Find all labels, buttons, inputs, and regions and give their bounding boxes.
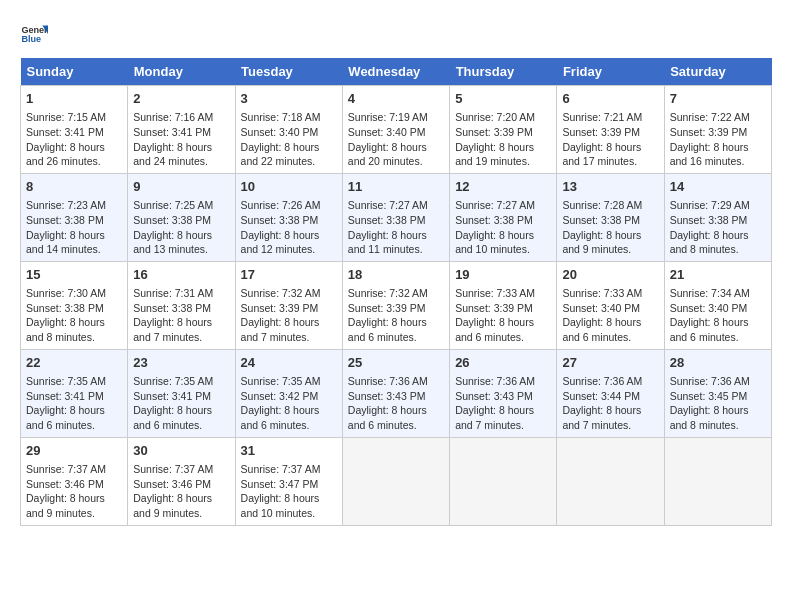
sunrise-text: Sunrise: 7:37 AM	[26, 462, 122, 477]
sunset-text: Sunset: 3:38 PM	[348, 213, 444, 228]
sunset-text: Sunset: 3:39 PM	[562, 125, 658, 140]
daylight-text: Daylight: 8 hours and 6 minutes.	[348, 403, 444, 432]
sunset-text: Sunset: 3:41 PM	[26, 125, 122, 140]
daylight-text: Daylight: 8 hours and 9 minutes.	[562, 228, 658, 257]
calendar-cell: 1Sunrise: 7:15 AMSunset: 3:41 PMDaylight…	[21, 86, 128, 174]
calendar-cell: 23Sunrise: 7:35 AMSunset: 3:41 PMDayligh…	[128, 349, 235, 437]
day-number: 11	[348, 178, 444, 196]
calendar-table: SundayMondayTuesdayWednesdayThursdayFrid…	[20, 58, 772, 526]
sunset-text: Sunset: 3:39 PM	[348, 301, 444, 316]
calendar-cell: 28Sunrise: 7:36 AMSunset: 3:45 PMDayligh…	[664, 349, 771, 437]
calendar-cell: 15Sunrise: 7:30 AMSunset: 3:38 PMDayligh…	[21, 261, 128, 349]
sunset-text: Sunset: 3:44 PM	[562, 389, 658, 404]
logo: General Blue	[20, 20, 52, 48]
calendar-cell: 24Sunrise: 7:35 AMSunset: 3:42 PMDayligh…	[235, 349, 342, 437]
daylight-text: Daylight: 8 hours and 16 minutes.	[670, 140, 766, 169]
daylight-text: Daylight: 8 hours and 6 minutes.	[26, 403, 122, 432]
day-number: 20	[562, 266, 658, 284]
calendar-cell	[664, 437, 771, 525]
sunrise-text: Sunrise: 7:26 AM	[241, 198, 337, 213]
daylight-text: Daylight: 8 hours and 7 minutes.	[562, 403, 658, 432]
sunrise-text: Sunrise: 7:21 AM	[562, 110, 658, 125]
daylight-text: Daylight: 8 hours and 6 minutes.	[133, 403, 229, 432]
header-day: Thursday	[450, 58, 557, 86]
daylight-text: Daylight: 8 hours and 10 minutes.	[241, 491, 337, 520]
calendar-cell: 8Sunrise: 7:23 AMSunset: 3:38 PMDaylight…	[21, 173, 128, 261]
day-number: 10	[241, 178, 337, 196]
day-number: 7	[670, 90, 766, 108]
sunset-text: Sunset: 3:46 PM	[26, 477, 122, 492]
day-number: 18	[348, 266, 444, 284]
daylight-text: Daylight: 8 hours and 9 minutes.	[133, 491, 229, 520]
day-number: 21	[670, 266, 766, 284]
sunset-text: Sunset: 3:42 PM	[241, 389, 337, 404]
day-number: 13	[562, 178, 658, 196]
week-row: 22Sunrise: 7:35 AMSunset: 3:41 PMDayligh…	[21, 349, 772, 437]
day-number: 3	[241, 90, 337, 108]
daylight-text: Daylight: 8 hours and 6 minutes.	[670, 315, 766, 344]
calendar-cell: 29Sunrise: 7:37 AMSunset: 3:46 PMDayligh…	[21, 437, 128, 525]
sunrise-text: Sunrise: 7:37 AM	[241, 462, 337, 477]
daylight-text: Daylight: 8 hours and 20 minutes.	[348, 140, 444, 169]
sunset-text: Sunset: 3:38 PM	[241, 213, 337, 228]
sunset-text: Sunset: 3:40 PM	[670, 301, 766, 316]
week-row: 1Sunrise: 7:15 AMSunset: 3:41 PMDaylight…	[21, 86, 772, 174]
header-row: SundayMondayTuesdayWednesdayThursdayFrid…	[21, 58, 772, 86]
sunset-text: Sunset: 3:40 PM	[348, 125, 444, 140]
calendar-cell: 9Sunrise: 7:25 AMSunset: 3:38 PMDaylight…	[128, 173, 235, 261]
calendar-cell: 12Sunrise: 7:27 AMSunset: 3:38 PMDayligh…	[450, 173, 557, 261]
sunrise-text: Sunrise: 7:16 AM	[133, 110, 229, 125]
calendar-cell: 2Sunrise: 7:16 AMSunset: 3:41 PMDaylight…	[128, 86, 235, 174]
calendar-cell	[342, 437, 449, 525]
daylight-text: Daylight: 8 hours and 22 minutes.	[241, 140, 337, 169]
sunrise-text: Sunrise: 7:27 AM	[348, 198, 444, 213]
calendar-cell: 13Sunrise: 7:28 AMSunset: 3:38 PMDayligh…	[557, 173, 664, 261]
day-number: 29	[26, 442, 122, 460]
daylight-text: Daylight: 8 hours and 7 minutes.	[133, 315, 229, 344]
day-number: 26	[455, 354, 551, 372]
logo-icon: General Blue	[20, 20, 48, 48]
week-row: 8Sunrise: 7:23 AMSunset: 3:38 PMDaylight…	[21, 173, 772, 261]
sunrise-text: Sunrise: 7:23 AM	[26, 198, 122, 213]
sunrise-text: Sunrise: 7:35 AM	[26, 374, 122, 389]
sunset-text: Sunset: 3:46 PM	[133, 477, 229, 492]
calendar-cell: 4Sunrise: 7:19 AMSunset: 3:40 PMDaylight…	[342, 86, 449, 174]
sunrise-text: Sunrise: 7:28 AM	[562, 198, 658, 213]
day-number: 4	[348, 90, 444, 108]
header-day: Wednesday	[342, 58, 449, 86]
sunset-text: Sunset: 3:45 PM	[670, 389, 766, 404]
calendar-cell	[450, 437, 557, 525]
calendar-cell: 22Sunrise: 7:35 AMSunset: 3:41 PMDayligh…	[21, 349, 128, 437]
sunrise-text: Sunrise: 7:36 AM	[562, 374, 658, 389]
sunrise-text: Sunrise: 7:32 AM	[241, 286, 337, 301]
calendar-cell: 25Sunrise: 7:36 AMSunset: 3:43 PMDayligh…	[342, 349, 449, 437]
day-number: 6	[562, 90, 658, 108]
header-day: Saturday	[664, 58, 771, 86]
week-row: 29Sunrise: 7:37 AMSunset: 3:46 PMDayligh…	[21, 437, 772, 525]
sunset-text: Sunset: 3:40 PM	[241, 125, 337, 140]
daylight-text: Daylight: 8 hours and 10 minutes.	[455, 228, 551, 257]
sunrise-text: Sunrise: 7:22 AM	[670, 110, 766, 125]
calendar-cell: 14Sunrise: 7:29 AMSunset: 3:38 PMDayligh…	[664, 173, 771, 261]
day-number: 1	[26, 90, 122, 108]
calendar-cell: 30Sunrise: 7:37 AMSunset: 3:46 PMDayligh…	[128, 437, 235, 525]
daylight-text: Daylight: 8 hours and 6 minutes.	[241, 403, 337, 432]
daylight-text: Daylight: 8 hours and 19 minutes.	[455, 140, 551, 169]
sunset-text: Sunset: 3:39 PM	[455, 125, 551, 140]
day-number: 12	[455, 178, 551, 196]
daylight-text: Daylight: 8 hours and 7 minutes.	[455, 403, 551, 432]
daylight-text: Daylight: 8 hours and 6 minutes.	[348, 315, 444, 344]
daylight-text: Daylight: 8 hours and 24 minutes.	[133, 140, 229, 169]
sunset-text: Sunset: 3:43 PM	[455, 389, 551, 404]
sunset-text: Sunset: 3:38 PM	[455, 213, 551, 228]
day-number: 23	[133, 354, 229, 372]
sunrise-text: Sunrise: 7:34 AM	[670, 286, 766, 301]
week-row: 15Sunrise: 7:30 AMSunset: 3:38 PMDayligh…	[21, 261, 772, 349]
sunrise-text: Sunrise: 7:36 AM	[455, 374, 551, 389]
sunrise-text: Sunrise: 7:32 AM	[348, 286, 444, 301]
daylight-text: Daylight: 8 hours and 17 minutes.	[562, 140, 658, 169]
sunset-text: Sunset: 3:41 PM	[26, 389, 122, 404]
page-header: General Blue	[20, 20, 772, 48]
sunset-text: Sunset: 3:41 PM	[133, 389, 229, 404]
day-number: 14	[670, 178, 766, 196]
